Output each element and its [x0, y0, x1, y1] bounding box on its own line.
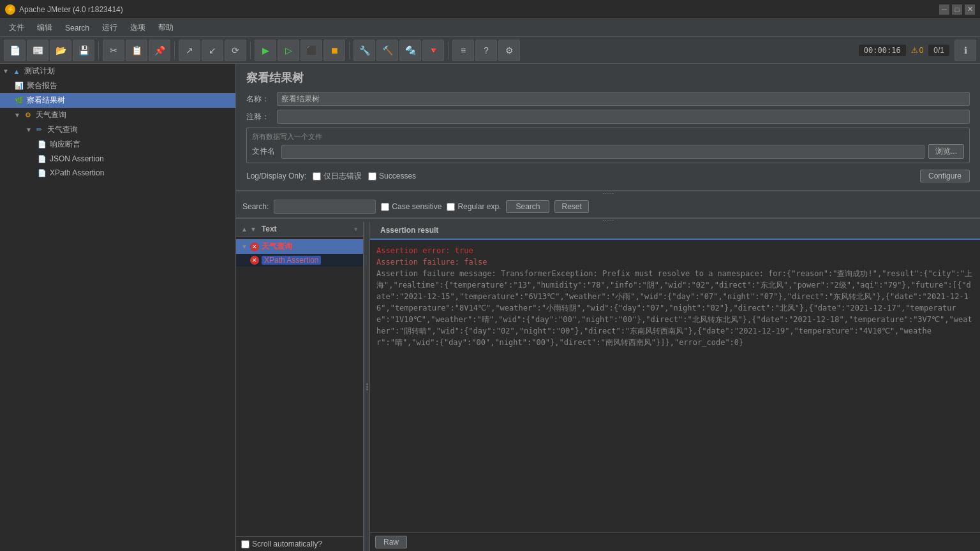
splitter-horizontal-top[interactable]: ⋯⋯ [236, 191, 980, 196]
browse-button[interactable]: 浏览... [928, 144, 964, 159]
toolbar-info[interactable]: ℹ [954, 40, 976, 61]
error-only-group: 仅日志错误 [313, 171, 362, 182]
menu-help[interactable]: 帮助 [152, 20, 180, 36]
assertion-message-text: Assertion failure message: TransformerEx… [376, 268, 974, 348]
toolbar-sep-1 [98, 41, 99, 59]
assertion-result-content: Assertion error: true Assertion failure:… [370, 240, 980, 533]
minimize-button[interactable]: ─ [939, 4, 949, 15]
toolbar-shutdown[interactable]: ⏹ [323, 40, 345, 61]
toolbar-start-no-pause[interactable]: ▷ [278, 40, 299, 61]
toolbar-sep-2 [174, 41, 175, 59]
sidebar-item-test-plan[interactable]: ▼ ▲ 测试计划 [0, 64, 235, 78]
plan-icon: ▲ [11, 66, 22, 77]
toolbar-copy[interactable]: 📋 [126, 40, 147, 61]
result-sub-item-xpath[interactable]: ✕ XPath Assertion [236, 254, 363, 267]
search-options: Case sensitive Regular exp. Search Reset [381, 200, 588, 213]
toolbar-collapse[interactable]: ↙ [202, 40, 223, 61]
filename-label: 文件名 [252, 146, 278, 157]
comment-input[interactable] [277, 110, 970, 124]
menu-edit[interactable]: 编辑 [31, 20, 59, 36]
toolbar-help[interactable]: ? [475, 40, 497, 61]
toolbar-status: 00:00:16 ⚠ 0 0/1 ℹ [859, 40, 976, 61]
right-pane: Assertion result Assertion error: true A… [370, 222, 980, 551]
file-row: 文件名 浏览... [252, 144, 964, 159]
toolbar-start[interactable]: ▶ [255, 40, 276, 61]
expand-icon-2: ▼ [14, 112, 20, 119]
menu-options[interactable]: 选项 [124, 20, 152, 36]
sidebar-item-result-tree[interactable]: 🌿 察看结果树 [0, 93, 235, 108]
result-item-weather[interactable]: ▼ ✕ 天气查询 [236, 239, 363, 254]
toolbar-expand[interactable]: ↗ [179, 40, 200, 61]
menu-search[interactable]: Search [59, 21, 96, 35]
toolbar-sep-3 [250, 41, 251, 59]
app-icon: ⚡ [5, 4, 15, 15]
expand-icon-3: ▼ [26, 126, 32, 133]
toolbar-paste[interactable]: 📌 [149, 40, 170, 61]
toolbar-remote[interactable]: 🔧 [353, 40, 375, 61]
toolbar-remote-all[interactable]: 🔩 [399, 40, 421, 61]
regex-group: Regular exp. [447, 202, 501, 211]
toolbar: 📄 📰 📂 💾 ✂ 📋 📌 ↗ ↙ ⟳ ▶ ▷ ⬛ ⏹ 🔧 🔨 🔩 🔻 ≡ ? … [0, 37, 980, 64]
elapsed-time: 00:00:16 [859, 45, 906, 56]
name-label: 名称： [246, 94, 272, 105]
toolbar-new-test[interactable]: 📄 [4, 40, 26, 61]
sidebar-label-test-plan: 测试计划 [24, 66, 55, 77]
menu-run[interactable]: 运行 [96, 20, 124, 36]
sidebar-item-response-assertion[interactable]: 📄 响应断言 [0, 137, 235, 152]
log-display-label: Log/Display Only: [246, 172, 306, 180]
search-bar: Search: Case sensitive Regular exp. Sear… [236, 196, 980, 218]
toolbar-open[interactable]: 📂 [50, 40, 71, 61]
configure-button[interactable]: Configure [920, 170, 970, 182]
assertion-result-tab[interactable]: Assertion result [375, 224, 443, 236]
case-sensitive-checkbox[interactable] [381, 203, 389, 211]
toolbar-list[interactable]: ≡ [452, 40, 474, 61]
sidebar-item-weather-sampler[interactable]: ▼ ✏ 天气查询 [0, 122, 235, 137]
sidebar-label-result-tree: 察看结果树 [27, 95, 65, 106]
menu-file[interactable]: 文件 [3, 20, 31, 36]
left-pane-bottom: Scroll automatically? [236, 536, 363, 551]
toolbar-toggle[interactable]: ⟳ [225, 40, 246, 61]
file-section-title: 所有数据写入一个文件 [252, 132, 964, 142]
xpath-icon: 📄 [37, 168, 47, 178]
response-icon: 📄 [37, 140, 47, 150]
name-input[interactable] [277, 92, 970, 106]
reset-button[interactable]: Reset [554, 200, 588, 213]
toolbar-stop[interactable]: ⬛ [301, 40, 322, 61]
splitter-vertical[interactable] [364, 222, 370, 551]
error-only-checkbox[interactable] [313, 172, 321, 180]
raw-button[interactable]: Raw [375, 536, 407, 548]
toolbar-clear[interactable]: 🔻 [422, 40, 444, 61]
name-row: 名称： [246, 92, 970, 106]
assertion-error-line: Assertion error: true [376, 245, 974, 256]
toolbar-templates[interactable]: 📰 [27, 40, 48, 61]
regex-checkbox[interactable] [447, 203, 455, 211]
toolbar-remote-stop[interactable]: 🔨 [376, 40, 398, 61]
toolbar-settings[interactable]: ⚙ [498, 40, 520, 61]
maximize-button[interactable]: □ [952, 4, 962, 15]
search-button[interactable]: Search [506, 200, 549, 213]
sidebar-item-xpath-assertion[interactable]: 📄 XPath Assertion [0, 166, 235, 180]
left-pane-header: ▲ ▼ Text ▾ [236, 222, 363, 237]
sidebar-label-aggregate: 聚合报告 [27, 80, 57, 91]
result-sub-item-label: XPath Assertion [262, 256, 321, 265]
error-badge-icon: ✕ [250, 242, 259, 251]
sidebar-item-weather-group[interactable]: ▼ ⚙ 天气查询 [0, 108, 235, 122]
close-button[interactable]: ✕ [965, 4, 975, 15]
successes-checkbox[interactable] [368, 172, 376, 180]
search-input[interactable] [274, 200, 376, 214]
toolbar-save[interactable]: 💾 [73, 40, 94, 61]
thread-counter: 0/1 [928, 45, 949, 56]
expand-icon: ▼ [3, 68, 9, 75]
filename-input[interactable] [281, 145, 924, 159]
content-panel: 察看结果树 名称： 注释： 所有数据写入一个文件 文件名 浏览... Log/D… [236, 64, 980, 551]
sidebar-label-weather-sampler: 天气查询 [47, 124, 78, 135]
sidebar-label-xpath: XPath Assertion [50, 168, 104, 177]
search-label: Search: [242, 202, 269, 211]
toolbar-cut[interactable]: ✂ [103, 40, 124, 61]
toolbar-sep-4 [349, 41, 350, 59]
sidebar-item-json-assertion[interactable]: 📄 JSON Assertion [0, 152, 235, 166]
pen-icon: ✏ [34, 125, 45, 135]
assertion-failure-line: Assertion failure: false [376, 256, 974, 268]
scroll-auto-checkbox[interactable] [241, 540, 249, 548]
sidebar-item-aggregate[interactable]: 📊 聚合报告 [0, 78, 235, 93]
